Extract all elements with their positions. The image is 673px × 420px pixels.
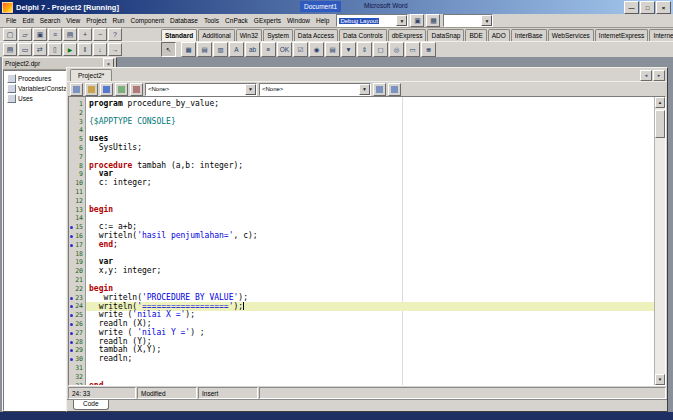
palette-tab-win32[interactable]: Win32 — [236, 29, 262, 41]
gutter-line-14[interactable]: 14 — [69, 214, 85, 223]
save-desktop-icon[interactable]: ▣ — [410, 14, 424, 27]
code-line-30[interactable]: readln; — [86, 355, 654, 364]
view-form-icon[interactable]: ▭ — [18, 43, 32, 56]
code-line-17[interactable]: end; — [86, 241, 654, 250]
gutter-line-10[interactable]: 10 — [69, 179, 85, 188]
menu-database[interactable]: Database — [167, 15, 201, 27]
editor-vscrollbar[interactable]: ▲ ▼ — [654, 97, 665, 385]
chevron-down-icon[interactable]: ▼ — [481, 15, 492, 26]
menu-component[interactable]: Component — [127, 15, 167, 27]
code-text[interactable]: program procedure_by_value;{$APPTYPE CON… — [86, 97, 654, 385]
gutter-line-1[interactable]: 1 — [69, 100, 85, 109]
palette-tab-standard[interactable]: Standard — [161, 29, 197, 41]
palette-tab-internetexpress[interactable]: InternetExpress — [595, 29, 649, 41]
menu-gexperts[interactable]: GExperts — [251, 15, 284, 27]
close-button[interactable]: × — [656, 1, 671, 14]
code-line-29[interactable]: tambah (X,Y); — [86, 346, 654, 355]
palette-tab-system[interactable]: System — [263, 29, 293, 41]
palette-tab-datasnap[interactable]: DataSnap — [427, 29, 464, 41]
gutter-line-8[interactable]: 8 — [69, 162, 85, 171]
memo-icon[interactable]: ≡ — [261, 42, 276, 57]
view-unit-icon[interactable]: ▤ — [3, 43, 17, 56]
code-line-5[interactable]: uses — [86, 135, 654, 144]
menu-file[interactable]: File — [3, 15, 19, 27]
palette-tab-bde[interactable]: BDE — [465, 29, 486, 41]
gutter-line-19[interactable]: 19 — [69, 258, 85, 267]
code-line-11[interactable] — [86, 188, 654, 197]
gutter-line-20[interactable]: 20 — [69, 267, 85, 276]
label-icon[interactable]: A — [229, 42, 244, 57]
help-icon[interactable]: ? — [108, 28, 122, 41]
code-line-4[interactable] — [86, 126, 654, 135]
code-line-1[interactable]: program procedure_by_value; — [86, 100, 654, 109]
palette-tab-dbexpress[interactable]: dbExpress — [388, 29, 427, 41]
radio-group-icon[interactable]: ◎ — [389, 42, 404, 57]
gutter-line-15[interactable]: 15 — [69, 223, 85, 232]
editor-tool-4-icon[interactable] — [115, 83, 128, 96]
gutter-line-24[interactable]: 24 — [69, 302, 85, 311]
palette-tab-data-controls[interactable]: Data Controls — [339, 29, 387, 41]
menu-search[interactable]: Search — [37, 15, 64, 27]
gutter-line-9[interactable]: 9 — [69, 170, 85, 179]
scroll-up-icon[interactable]: ▲ — [655, 97, 665, 108]
tab-code[interactable]: Code — [73, 400, 109, 410]
groupbox-icon[interactable]: ▢ — [373, 42, 388, 57]
run-icon[interactable]: ▶ — [63, 43, 77, 56]
gutter-line-29[interactable]: 29 — [69, 346, 85, 355]
radio-button-icon[interactable]: ◉ — [309, 42, 324, 57]
menu-window[interactable]: Window — [284, 15, 313, 27]
gutter-line-21[interactable]: 21 — [69, 276, 85, 285]
palette-tab-ado[interactable]: ADO — [488, 29, 510, 41]
toggle-form-unit-icon[interactable]: ⇄ — [33, 43, 47, 56]
gutter-line-26[interactable]: 26 — [69, 320, 85, 329]
main-menu-icon[interactable]: ▤ — [197, 42, 212, 57]
palette-tab-internet[interactable]: Internet — [649, 29, 673, 41]
popup-menu-icon[interactable]: ▥ — [213, 42, 228, 57]
scroll-thumb[interactable] — [655, 110, 665, 138]
gutter-line-12[interactable]: 12 — [69, 197, 85, 206]
gutter-line-25[interactable]: 25 — [69, 311, 85, 320]
gutter-line-23[interactable]: 23 — [69, 294, 85, 303]
palette-tab-interbase[interactable]: InterBase — [511, 29, 547, 41]
code-line-28[interactable]: readln (Y); — [86, 338, 654, 347]
code-line-32[interactable] — [86, 373, 654, 382]
minimize-button[interactable]: — — [624, 1, 639, 14]
gutter-line-31[interactable]: 31 — [69, 364, 85, 373]
code-line-23[interactable]: writeln('PROCEDURE BY VALUE'); — [86, 294, 654, 303]
pointer-icon[interactable]: ↖ — [161, 42, 176, 57]
code-line-18[interactable] — [86, 250, 654, 259]
gutter-line-3[interactable]: 3 — [69, 118, 85, 127]
menu-cnpack[interactable]: CnPack — [222, 15, 251, 27]
secondary-combo[interactable]: ▼ — [443, 14, 493, 27]
code-line-16[interactable]: writeln('hasil penjumlahan=', c); — [86, 232, 654, 241]
menu-tools[interactable]: Tools — [201, 15, 222, 27]
pause-icon[interactable]: ‖ — [78, 43, 92, 56]
add-file-icon[interactable]: + — [78, 28, 92, 41]
checkbox-icon[interactable]: ☑ — [293, 42, 308, 57]
chevron-down-icon[interactable]: ▼ — [396, 15, 407, 26]
step-over-icon[interactable]: → — [108, 43, 122, 56]
tab-scroll-right-icon[interactable]: ▸ — [653, 70, 665, 81]
editor-tool-3-icon[interactable] — [100, 83, 113, 96]
remove-file-icon[interactable]: − — [93, 28, 107, 41]
save-icon[interactable]: ▣ — [33, 28, 47, 41]
gutter-line-22[interactable]: 22 — [69, 285, 85, 294]
new-icon[interactable]: ▢ — [3, 28, 17, 41]
menu-project[interactable]: Project — [83, 15, 109, 27]
menu-edit[interactable]: Edit — [19, 15, 36, 27]
gutter-line-5[interactable]: 5 — [69, 135, 85, 144]
combobox-icon[interactable]: ▼ — [341, 42, 356, 57]
gutter-line-18[interactable]: 18 — [69, 250, 85, 259]
open-project-icon[interactable]: ▤ — [63, 28, 77, 41]
scroll-down-icon[interactable]: ▼ — [655, 374, 665, 385]
frames-icon[interactable]: ▦ — [181, 42, 196, 57]
chevron-down-icon[interactable]: ▼ — [245, 84, 256, 95]
save-all-icon[interactable]: ≡ — [48, 28, 62, 41]
action-list-icon[interactable]: ≣ — [421, 42, 436, 57]
chevron-down-icon[interactable]: ▼ — [359, 84, 370, 95]
gutter-line-30[interactable]: 30 — [69, 355, 85, 364]
menu-run[interactable]: Run — [110, 15, 128, 27]
gutter-line-16[interactable]: 16 — [69, 232, 85, 241]
gutter-line-7[interactable]: 7 — [69, 153, 85, 162]
code-line-21[interactable] — [86, 276, 654, 285]
